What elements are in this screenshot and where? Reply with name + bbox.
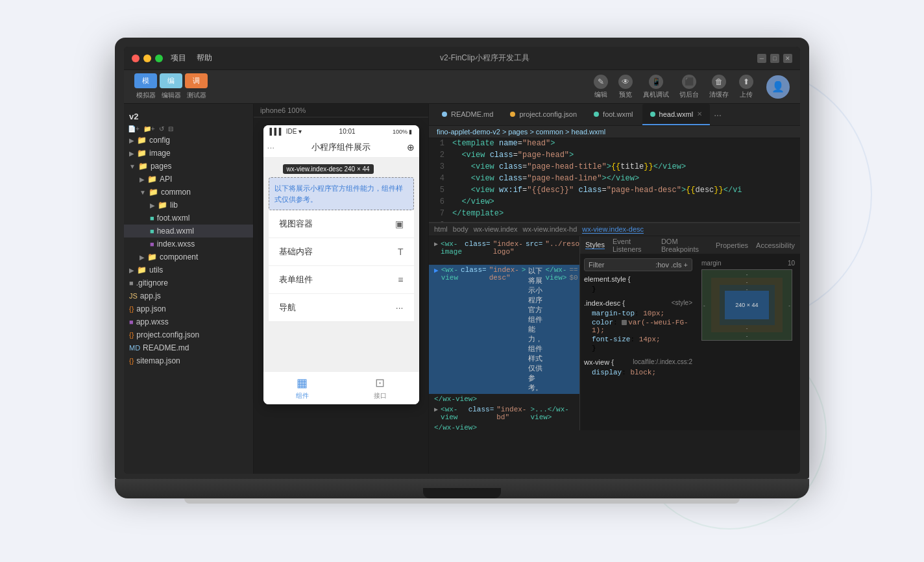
styles-filter[interactable]: Filter :hov .cls +: [584, 258, 692, 271]
toolbar: 模 模拟器 编 编辑器 调 测试器 ✎ 编辑: [124, 70, 800, 104]
tab-test-label: 测试器: [187, 91, 206, 100]
minimize-button[interactable]: [143, 55, 151, 62]
tree-item-common[interactable]: ▼ 📁 common: [124, 186, 253, 199]
tree-item-image[interactable]: ▶ 📁 image: [124, 147, 253, 160]
element-style-end: }: [584, 285, 692, 294]
styles-tab-accessibility[interactable]: Accessibility: [756, 241, 795, 249]
tree-item-app-js[interactable]: JS app.js: [124, 289, 253, 302]
menu-item-nav[interactable]: 导航 ···: [269, 294, 414, 322]
tab-simulator[interactable]: 模: [134, 73, 157, 88]
bottom-content: ▶ <wx-image class="index-logo" src="../r…: [429, 236, 800, 430]
tree-item-utils[interactable]: ▶ 📁 utils: [124, 263, 253, 276]
tree-item-lib[interactable]: ▶ 📁 lib: [124, 199, 253, 212]
maximize-button[interactable]: [155, 55, 163, 62]
styles-left: Filter :hov .cls + element.style { }: [580, 254, 696, 430]
clear-cache-label: 清缓存: [709, 90, 729, 99]
tab-project-config[interactable]: project.config.json: [502, 104, 585, 125]
tree-item-index-wxss[interactable]: ■ index.wxss: [124, 238, 253, 250]
code-line-2: 2 <view class="page-head">: [429, 150, 800, 162]
win-close[interactable]: ✕: [783, 54, 792, 63]
style-display: display: block;: [584, 368, 692, 377]
tree-item-foot-wxml[interactable]: ■ foot.wxml: [124, 212, 253, 225]
tab-head-close[interactable]: ✕: [697, 110, 702, 117]
tab-test[interactable]: 调: [185, 73, 208, 88]
code-line-3: 3 <view class="page-head-title">{{title}…: [429, 162, 800, 173]
tree-item-app-json[interactable]: {} app.json: [124, 302, 253, 315]
element-nav-body[interactable]: body: [453, 225, 468, 234]
tree-item-app-wxss[interactable]: ■ app.wxss: [124, 315, 253, 328]
tab-head-wxml[interactable]: head.wxml ✕: [642, 104, 711, 125]
upload-label: 上传: [740, 90, 753, 99]
styles-tab-dom-breakpoints[interactable]: DOM Breakpoints: [661, 238, 708, 253]
background-label: 切后台: [679, 90, 699, 99]
styles-rule-element: element.style { }: [584, 275, 692, 294]
preview-label: 预览: [619, 90, 632, 99]
styles-tab-styles[interactable]: Styles: [585, 241, 605, 249]
code-line-7: 7 </template>: [429, 208, 800, 220]
tree-item-head-wxml[interactable]: ■ head.wxml: [124, 225, 253, 238]
tree-new-file-icon[interactable]: 📄+: [128, 125, 140, 132]
tree-item-component[interactable]: ▶ 📁 component: [124, 250, 253, 263]
tree-item-gitignore[interactable]: ■ .gitignore: [124, 276, 253, 289]
dom-line-5: </wx-view>: [429, 422, 579, 430]
tab-readme[interactable]: README.md: [434, 104, 501, 125]
menu-item-view[interactable]: 视图容器 ▣: [269, 210, 414, 238]
tree-collapse-icon[interactable]: ⊟: [168, 125, 173, 132]
tree-item-config[interactable]: ▶ 📁 config: [124, 134, 253, 147]
menu-help[interactable]: 帮助: [197, 53, 212, 64]
element-nav-index-desc[interactable]: wx-view.index-desc: [582, 225, 644, 234]
menu-item-form[interactable]: 表单组件 ≡: [269, 266, 414, 294]
menu-item-basic[interactable]: 基础内容 T: [269, 238, 414, 266]
box-margin-layer: - - - - - -: [702, 270, 792, 340]
code-editor[interactable]: 1 <template name="head"> 2 <view class="…: [429, 138, 800, 223]
element-nav-index[interactable]: wx-view.index: [474, 225, 518, 234]
element-nav-index-hd[interactable]: wx-view.index-hd: [523, 225, 578, 234]
nav-interfaces[interactable]: ⊡ 接口: [341, 376, 419, 400]
action-device-debug[interactable]: 📱 真机调试: [643, 75, 669, 99]
style-end: }: [584, 344, 692, 353]
tab-editor[interactable]: 编: [160, 73, 182, 88]
edit-icon: ✎: [594, 75, 608, 89]
menu-project[interactable]: 项目: [171, 53, 186, 64]
styles-tab-properties[interactable]: Properties: [716, 241, 748, 249]
tab-foot-wxml[interactable]: foot.wxml: [586, 104, 640, 125]
box-border-layer: - - - 240 × 44: [711, 278, 783, 332]
styles-tab-events[interactable]: Event Listeners: [613, 238, 653, 253]
device-debug-label: 真机调试: [643, 90, 669, 99]
win-restore[interactable]: □: [770, 54, 779, 63]
tree-item-pages[interactable]: ▼ 📁 pages: [124, 160, 253, 173]
phone-menu: 视图容器 ▣ 基础内容 T 表单组件 ≡: [269, 210, 414, 322]
action-clear-cache[interactable]: 🗑 清缓存: [709, 75, 729, 99]
code-line-4: 4 <view class="page-head-line"></view>: [429, 173, 800, 185]
menu-item-label-basic: 基础内容: [279, 246, 313, 258]
tree-item-readme[interactable]: MD README.md: [124, 341, 253, 354]
styles-panel: Styles Event Listeners DOM Breakpoints P…: [579, 236, 800, 430]
signal-icon: ▌▌▌: [270, 128, 284, 135]
highlight-text: 以下将展示小程序官方组件能力，组件样式仅供参考。: [274, 183, 408, 204]
filter-label: Filter: [589, 261, 604, 269]
tree-item-api[interactable]: ▶ 📁 API: [124, 173, 253, 186]
nav-components[interactable]: ▦ 组件: [263, 376, 341, 400]
breadcrumb: fino-applet-demo-v2 > pages > common > h…: [429, 126, 800, 138]
tree-new-folder-icon[interactable]: 📁+: [143, 125, 155, 132]
close-button[interactable]: [132, 55, 140, 62]
nav-interfaces-icon: ⊡: [375, 376, 385, 390]
more-tabs-icon[interactable]: ···: [714, 110, 722, 120]
win-minimize[interactable]: ─: [757, 54, 766, 63]
action-preview[interactable]: 👁 预览: [618, 75, 633, 99]
styles-rule-wx-view: wx-view { localfile:/.index.css:2 displa…: [584, 358, 692, 377]
tab-project-dot: [510, 112, 515, 117]
tree-item-project-config[interactable]: {} project.config.json: [124, 328, 253, 341]
user-avatar[interactable]: 👤: [766, 75, 790, 99]
tree-refresh-icon[interactable]: ↺: [159, 125, 164, 132]
action-background[interactable]: ⬛ 切后台: [679, 75, 699, 99]
action-upload[interactable]: ⬆ 上传: [739, 75, 753, 99]
window-controls: [132, 55, 163, 62]
tree-item-sitemap[interactable]: {} sitemap.json: [124, 354, 253, 367]
editor-area: README.md project.config.json foot.wxml: [429, 104, 800, 474]
menu-item-icon-basic: T: [398, 247, 404, 257]
upload-icon: ⬆: [739, 75, 753, 89]
box-content-layer: 240 × 44: [725, 291, 769, 319]
action-edit[interactable]: ✎ 编辑: [594, 75, 608, 99]
element-nav-html[interactable]: html: [434, 225, 448, 234]
